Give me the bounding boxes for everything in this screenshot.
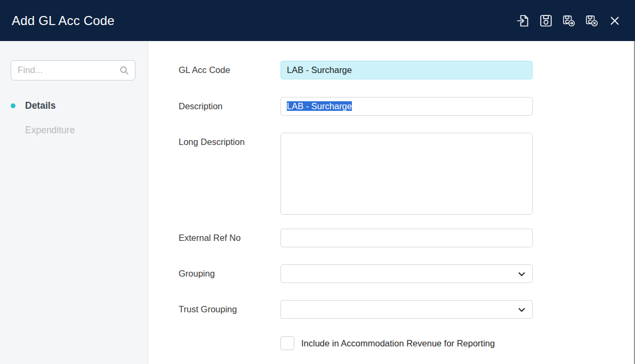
field-row-include-accommodation: Include in Accommodation Revenue for Rep…	[179, 336, 634, 350]
search-icon	[118, 64, 130, 78]
field-row-description: Description LAB - Surcharge	[179, 97, 634, 116]
grouping-label: Grouping	[179, 264, 280, 279]
field-row-gl-acc-code: GL Acc Code	[179, 61, 634, 79]
save-enter-icon[interactable]	[516, 14, 530, 28]
sidebar-item-label: Expenditure	[25, 125, 75, 136]
long-description-textarea[interactable]	[280, 133, 533, 215]
external-ref-no-label: External Ref No	[179, 229, 280, 244]
gl-acc-code-label: GL Acc Code	[179, 61, 280, 76]
field-row-trust-grouping: Trust Grouping	[179, 300, 634, 319]
trust-grouping-label: Trust Grouping	[179, 300, 280, 315]
add-gl-acc-code-dialog: Add GL Acc Code	[0, 0, 635, 364]
external-ref-no-input[interactable]	[280, 229, 533, 247]
field-row-long-description: Long Description	[179, 133, 634, 215]
save-icon[interactable]	[539, 14, 553, 28]
field-row-external-ref-no: External Ref No	[179, 229, 634, 247]
find-input[interactable]	[11, 60, 135, 80]
section-nav: Details Expenditure	[11, 99, 135, 137]
details-form: GL Acc Code Description LAB - Surcharge …	[148, 41, 634, 364]
chevron-down-icon	[517, 305, 526, 317]
sidebar: Details Expenditure	[0, 41, 148, 364]
header-actions	[516, 14, 622, 28]
grouping-select[interactable]	[280, 264, 533, 283]
long-description-label: Long Description	[179, 133, 280, 148]
active-dot-icon	[11, 103, 15, 108]
close-icon[interactable]	[608, 14, 622, 28]
description-label: Description	[179, 97, 280, 112]
find-search-box	[11, 60, 135, 80]
selected-text: LAB - Surcharge	[287, 101, 352, 111]
sidebar-item-label: Details	[25, 100, 55, 111]
gl-acc-code-input[interactable]	[280, 61, 533, 79]
chevron-down-icon	[517, 270, 526, 281]
trust-grouping-select[interactable]	[280, 300, 533, 319]
page-title: Add GL Acc Code	[12, 13, 115, 28]
field-row-grouping: Grouping	[179, 264, 634, 283]
include-accommodation-label: Include in Accommodation Revenue for Rep…	[301, 338, 495, 349]
dialog-header: Add GL Acc Code	[0, 0, 635, 41]
sidebar-item-expenditure[interactable]: Expenditure	[11, 123, 135, 137]
sidebar-item-details[interactable]: Details	[11, 99, 135, 112]
description-input[interactable]: LAB - Surcharge	[280, 97, 533, 116]
include-accommodation-checkbox[interactable]	[280, 336, 294, 350]
save-cancel-icon[interactable]	[585, 14, 599, 28]
save-next-icon[interactable]	[562, 14, 576, 28]
spacer-label	[179, 336, 280, 340]
